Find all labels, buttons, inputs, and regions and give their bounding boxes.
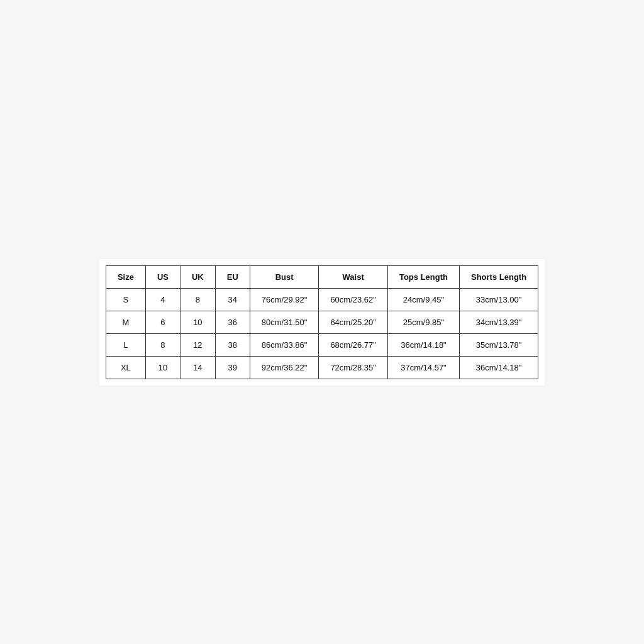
cell-size-row-2: L [106,333,145,356]
cell-uk-row-1: 10 [180,311,215,333]
cell-bust-row-2: 86cm/33.86" [250,333,319,356]
cell-shorts_length-row-1: 34cm/13.39" [459,311,538,333]
cell-us-row-3: 10 [145,356,180,379]
col-header-waist: Waist [319,265,388,288]
cell-eu-row-0: 34 [215,288,250,311]
table-row: S483476cm/29.92"60cm/23.62"24cm/9.45"33c… [106,288,538,311]
table-header-row: Size US UK EU Bust Waist Tops Length Sho… [106,265,538,288]
cell-waist-row-3: 72cm/28.35" [319,356,388,379]
col-header-shorts-length: Shorts Length [459,265,538,288]
cell-shorts_length-row-2: 35cm/13.78" [459,333,538,356]
cell-eu-row-2: 38 [215,333,250,356]
cell-eu-row-1: 36 [215,311,250,333]
size-chart-table: Size US UK EU Bust Waist Tops Length Sho… [106,265,538,379]
cell-size-row-0: S [106,288,145,311]
cell-waist-row-0: 60cm/23.62" [319,288,388,311]
cell-shorts_length-row-3: 36cm/14.18" [459,356,538,379]
cell-waist-row-1: 64cm/25.20" [319,311,388,333]
size-chart-container: Size US UK EU Bust Waist Tops Length Sho… [99,259,545,386]
cell-us-row-2: 8 [145,333,180,356]
cell-uk-row-2: 12 [180,333,215,356]
cell-shorts_length-row-0: 33cm/13.00" [459,288,538,311]
cell-bust-row-0: 76cm/29.92" [250,288,319,311]
cell-tops_length-row-3: 37cm/14.57" [387,356,459,379]
cell-us-row-0: 4 [145,288,180,311]
cell-us-row-1: 6 [145,311,180,333]
table-row: L8123886cm/33.86"68cm/26.77"36cm/14.18"3… [106,333,538,356]
cell-bust-row-1: 80cm/31.50" [250,311,319,333]
cell-uk-row-0: 8 [180,288,215,311]
col-header-tops-length: Tops Length [387,265,459,288]
col-header-bust: Bust [250,265,319,288]
cell-uk-row-3: 14 [180,356,215,379]
cell-waist-row-2: 68cm/26.77" [319,333,388,356]
cell-size-row-3: XL [106,356,145,379]
cell-tops_length-row-1: 25cm/9.85" [387,311,459,333]
col-header-uk: UK [180,265,215,288]
col-header-us: US [145,265,180,288]
col-header-size: Size [106,265,145,288]
cell-tops_length-row-2: 36cm/14.18" [387,333,459,356]
col-header-eu: EU [215,265,250,288]
cell-eu-row-3: 39 [215,356,250,379]
cell-tops_length-row-0: 24cm/9.45" [387,288,459,311]
cell-size-row-1: M [106,311,145,333]
table-row: XL10143992cm/36.22"72cm/28.35"37cm/14.57… [106,356,538,379]
table-row: M6103680cm/31.50"64cm/25.20"25cm/9.85"34… [106,311,538,333]
cell-bust-row-3: 92cm/36.22" [250,356,319,379]
